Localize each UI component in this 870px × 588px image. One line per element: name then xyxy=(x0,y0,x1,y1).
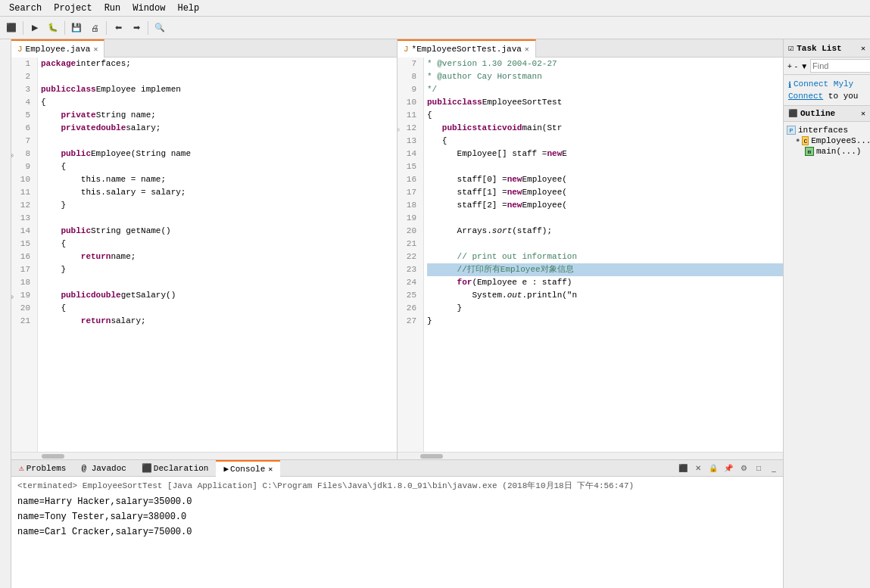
ln-6: 6 xyxy=(11,122,33,135)
tab-employee-close[interactable]: ✕ xyxy=(93,45,98,54)
console-clear-btn[interactable]: ✕ xyxy=(692,462,704,474)
rln-13: 13 xyxy=(398,135,419,148)
code-line-3: public class Employee implemen xyxy=(41,83,397,96)
tab-problems[interactable]: ⚠ Problems xyxy=(11,460,73,477)
toolbar-sep-2 xyxy=(64,21,65,35)
console-header: <terminated> EmployeeSortTest [Java Appl… xyxy=(17,480,777,491)
outline-interfaces-label: interfaces xyxy=(798,126,848,135)
tab-console-close[interactable]: ✕ xyxy=(268,465,273,474)
toolbar-debug[interactable]: 🐛 xyxy=(45,20,61,36)
tab-console[interactable]: ▶ Console ✕ xyxy=(216,460,280,477)
rcode-20: Arrays.sort(staff); xyxy=(427,225,783,238)
tab-problems-label: Problems xyxy=(27,464,67,473)
ln-18: 18 xyxy=(11,276,33,289)
rcode-8: * @author Cay Horstmann xyxy=(427,70,783,83)
rcode-17: staff[1] = new Employee( xyxy=(427,186,783,199)
tab-declaration-icon: ⬛ xyxy=(142,463,152,473)
editors-row: J Employee.java ✕ 1 2 3 4 5 6 7 8⊙ xyxy=(11,39,783,459)
rln-12: 12⊙ xyxy=(398,122,419,135)
rln-10: 10 xyxy=(398,96,419,109)
menu-project[interactable]: Project xyxy=(48,2,98,15)
scrollbar-h-left[interactable] xyxy=(11,452,397,459)
outline-close[interactable]: ✕ xyxy=(861,109,865,118)
editor-tabs-left: J Employee.java ✕ xyxy=(11,39,397,58)
tab-file-icon-right: J xyxy=(404,45,409,54)
ln-12: 12 xyxy=(11,199,33,212)
rln-23: 23 xyxy=(398,263,419,276)
code-line-1: package interfaces; xyxy=(41,58,397,70)
ln-9: 9 xyxy=(11,160,33,173)
connect-section: ℹ Connect Myly Connect to you xyxy=(784,75,870,106)
rcode-13: { xyxy=(427,135,783,148)
bottom-controls: ⬛ ✕ 🔒 📌 ⚙ □ _ xyxy=(677,462,783,474)
menubar: Search Project Run Window Help xyxy=(0,0,870,17)
tab-declaration[interactable]: ⬛ Declaration xyxy=(134,460,217,477)
toolbar-back[interactable]: ⬅ xyxy=(110,20,126,36)
outline-item-employee[interactable]: ● C EmployeeS... xyxy=(787,135,867,146)
ln-5: 5 xyxy=(11,109,33,122)
connect-link[interactable]: Connect xyxy=(788,92,823,101)
task-menu-btn[interactable]: ▼ xyxy=(800,59,809,73)
console-minimize[interactable]: _ xyxy=(768,462,780,474)
editor-sort-test: J *EmployeeSortTest.java ✕ 7 8 9 10 11 1… xyxy=(398,39,783,459)
rln-25: 25 xyxy=(398,289,419,302)
code-line-21: return salary; xyxy=(41,315,397,328)
task-add-btn[interactable]: + xyxy=(787,59,793,73)
code-content-right[interactable]: * @version 1.30 2004-02-27 * @author Cay… xyxy=(424,58,783,452)
rcode-10: public class EmployeeSortTest xyxy=(427,96,783,109)
outline-content: P interfaces ● C EmployeeS... m main(...… xyxy=(784,122,870,588)
tab-javadoc[interactable]: @ Javadoc xyxy=(73,460,133,477)
console-settings[interactable]: ⚙ xyxy=(737,462,750,474)
console-scroll-lock[interactable]: 🔒 xyxy=(707,462,719,474)
toolbar-forward[interactable]: ➡ xyxy=(128,20,145,36)
outline-label: Outline xyxy=(800,109,835,118)
toolbar-new[interactable]: ⬛ xyxy=(3,20,20,36)
ln-11: 11 xyxy=(11,186,33,199)
task-del-btn[interactable]: - xyxy=(794,59,798,73)
toolbar-save[interactable]: 💾 xyxy=(68,20,85,36)
toolbar-run[interactable]: ▶ xyxy=(27,20,43,36)
scrollbar-h-right[interactable] xyxy=(398,452,783,459)
outline-pkg-icon: P xyxy=(787,126,796,135)
task-list-label: Task List xyxy=(797,44,841,53)
rln-27: 27 xyxy=(398,315,419,328)
rln-17: 17 xyxy=(398,186,419,199)
task-list-close[interactable]: ✕ xyxy=(861,44,865,53)
code-content-left[interactable]: package interfaces; public class Employe… xyxy=(38,58,397,452)
ln-13: 13 xyxy=(11,212,33,225)
ln-7: 7 xyxy=(11,135,33,148)
rln-14: 14 xyxy=(398,148,419,160)
task-find-input[interactable] xyxy=(810,59,870,73)
tab-file-icon: J xyxy=(17,45,23,54)
tab-sort-test-close[interactable]: ✕ xyxy=(525,45,529,54)
code-line-18 xyxy=(41,276,397,289)
outline-item-interfaces[interactable]: P interfaces xyxy=(787,125,867,135)
menu-window[interactable]: Window xyxy=(126,2,171,15)
toolbar-search[interactable]: 🔍 xyxy=(151,20,168,36)
code-line-5: private String name; xyxy=(41,109,397,122)
rcode-27: } xyxy=(427,315,783,328)
outline-item-main[interactable]: m main(...) xyxy=(787,146,867,157)
rln-11: 11 xyxy=(398,109,419,122)
ln-17: 17 xyxy=(11,263,33,276)
ln-1: 1 xyxy=(11,58,33,70)
rcode-11: { xyxy=(427,109,783,122)
menu-help[interactable]: Help xyxy=(171,2,205,15)
console-stop-btn[interactable]: ⬛ xyxy=(677,462,689,474)
menu-search[interactable]: Search xyxy=(3,2,48,15)
code-line-9: { xyxy=(41,160,397,173)
tab-sort-test[interactable]: J *EmployeeSortTest.java ✕ xyxy=(398,39,536,58)
toolbar: ⬛ ▶ 🐛 💾 🖨 ⬅ ➡ 🔍 xyxy=(0,17,870,39)
outline-header: ⬛ Outline ✕ xyxy=(784,106,870,122)
rcode-15 xyxy=(427,160,783,173)
menu-run[interactable]: Run xyxy=(98,2,127,15)
toolbar-print[interactable]: 🖨 xyxy=(86,20,103,36)
tab-employee-java[interactable]: J Employee.java ✕ xyxy=(11,39,104,58)
rln-26: 26 xyxy=(398,302,419,315)
outline-class-icon: C xyxy=(802,136,809,145)
console-pin[interactable]: 📌 xyxy=(722,462,734,474)
code-line-8: public Employee(String name xyxy=(41,148,397,160)
line-numbers-right: 7 8 9 10 11 12⊙ 13 14 15 16 17 18 19 20 xyxy=(398,58,424,452)
console-area: <terminated> EmployeeSortTest [Java Appl… xyxy=(11,477,783,588)
console-maximize[interactable]: □ xyxy=(753,462,765,474)
